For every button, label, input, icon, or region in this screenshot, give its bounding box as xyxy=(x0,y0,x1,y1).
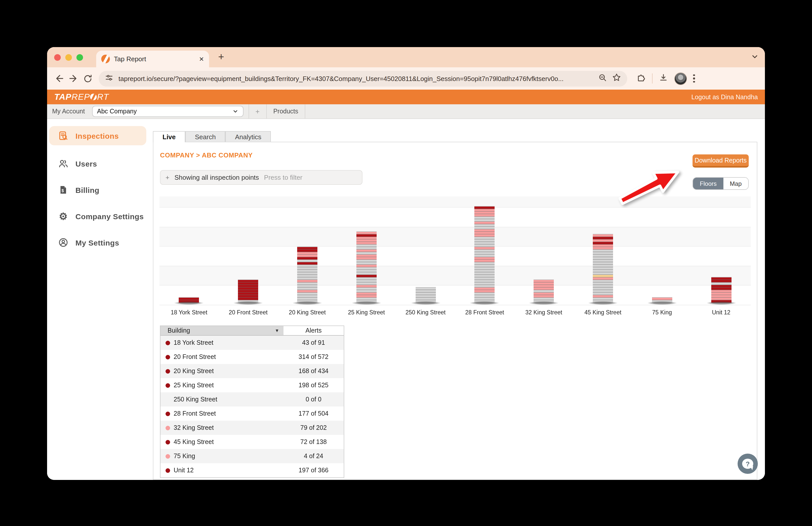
reload-icon[interactable] xyxy=(81,71,95,86)
sort-desc-icon[interactable]: ▼ xyxy=(275,328,279,333)
bar-shadow xyxy=(174,301,204,305)
chart-bar[interactable] xyxy=(573,234,633,305)
floor-segment xyxy=(357,232,377,234)
floor-segment xyxy=(297,275,317,277)
table-row[interactable]: 25 King Street198 of 525 xyxy=(160,378,344,392)
sidebar-item-users[interactable]: Users xyxy=(49,150,146,177)
chart-bar[interactable] xyxy=(455,206,514,305)
bar-shadow xyxy=(233,301,263,305)
floor-segment xyxy=(711,290,731,293)
tab-live[interactable]: Live xyxy=(153,131,185,142)
building-bar[interactable] xyxy=(593,234,613,303)
sidebar-item-billing[interactable]: $ Billing xyxy=(49,177,146,203)
back-icon[interactable] xyxy=(52,71,66,86)
tab-analytics[interactable]: Analytics xyxy=(225,131,271,142)
building-bar[interactable] xyxy=(238,279,258,303)
alert-status-dot xyxy=(165,468,170,472)
floor-segment xyxy=(534,293,554,295)
toggle-floors[interactable]: Floors xyxy=(693,178,723,189)
building-bar[interactable] xyxy=(415,287,436,303)
floor-segment xyxy=(297,277,317,280)
window-close-button[interactable] xyxy=(54,54,61,61)
app-header: TAPREPRT Logout as Dina Nandha xyxy=(47,90,765,104)
browser-tab[interactable]: Tap Report ✕ xyxy=(96,50,209,67)
bookmark-star-icon[interactable] xyxy=(612,73,621,84)
logout-link[interactable]: Logout as Dina Nandha xyxy=(691,93,758,101)
inspection-filter-bar[interactable]: + Showing all inspection points Press to… xyxy=(160,170,362,185)
account-bar: My Account Abc Company + Products xyxy=(47,104,765,119)
building-bar[interactable] xyxy=(475,206,495,303)
url-text[interactable]: tapreport.io/secure/?pageview=equipment_… xyxy=(118,75,593,82)
tab-search[interactable]: Search xyxy=(185,131,225,142)
table-row[interactable]: 28 Front Street177 of 504 xyxy=(160,407,344,421)
chart-bar[interactable] xyxy=(633,297,692,305)
chart-bar[interactable] xyxy=(396,287,455,305)
floor-segment xyxy=(475,239,495,242)
floor-segment xyxy=(593,237,613,239)
building-bar[interactable] xyxy=(534,279,554,303)
table-row[interactable]: 20 Front Street314 of 572 xyxy=(160,350,344,364)
download-reports-button[interactable]: Download Reports xyxy=(693,155,749,167)
browser-menu-icon[interactable] xyxy=(693,74,695,83)
column-header-alerts[interactable]: Alerts xyxy=(283,326,344,335)
extensions-icon[interactable] xyxy=(636,73,646,84)
floor-segment xyxy=(534,280,554,282)
products-menu[interactable]: Products xyxy=(266,104,305,118)
downloads-icon[interactable] xyxy=(658,73,668,84)
users-icon xyxy=(58,159,68,169)
chart-bar[interactable] xyxy=(514,279,574,305)
building-name: 28 Front Street xyxy=(174,410,283,417)
floor-segment xyxy=(593,280,613,282)
person-circle-icon xyxy=(58,237,68,248)
table-row[interactable]: 32 King Street79 of 202 xyxy=(160,421,344,435)
help-button[interactable]: ? xyxy=(738,454,758,474)
table-row[interactable]: 250 King Street0 of 0 xyxy=(160,392,344,407)
building-bar[interactable] xyxy=(357,231,377,303)
floor-segment xyxy=(475,217,495,219)
floor-segment xyxy=(475,232,495,234)
window-zoom-button[interactable] xyxy=(76,54,83,61)
floor-segment xyxy=(357,295,377,298)
company-select[interactable]: Abc Company xyxy=(92,106,243,117)
floor-segment xyxy=(357,288,377,290)
table-row[interactable]: 20 King Street168 of 434 xyxy=(160,364,344,378)
site-settings-icon[interactable] xyxy=(105,73,113,84)
alerts-count: 197 of 366 xyxy=(283,467,344,474)
window-minimize-button[interactable] xyxy=(65,54,72,61)
tab-search-chevron-icon[interactable] xyxy=(751,53,759,63)
floor-segment xyxy=(475,270,495,272)
sidebar-item-my-settings[interactable]: My Settings xyxy=(49,229,146,255)
floor-segment xyxy=(475,224,495,227)
tab-close-icon[interactable]: ✕ xyxy=(199,56,204,62)
floor-segment xyxy=(357,270,377,272)
url-bar[interactable]: tapreport.io/secure/?pageview=equipment_… xyxy=(99,71,627,86)
chart-bar[interactable] xyxy=(692,277,751,305)
column-header-building[interactable]: Building ▼ xyxy=(160,326,283,335)
sidebar-item-label: Inspections xyxy=(75,131,119,140)
bar-shadow xyxy=(352,301,381,305)
building-bar[interactable] xyxy=(297,247,317,303)
table-row[interactable]: 18 York Street43 of 91 xyxy=(160,336,344,350)
toggle-map[interactable]: Map xyxy=(723,178,748,189)
chart-bar[interactable] xyxy=(219,279,278,305)
chart-plot-area xyxy=(159,196,751,305)
sidebar-item-company-settings[interactable]: ⚙ Company Settings xyxy=(49,203,146,229)
x-axis-label: 20 Front Street xyxy=(219,309,278,316)
sidebar-item-inspections[interactable]: Inspections xyxy=(49,126,146,145)
profile-avatar[interactable] xyxy=(674,72,687,85)
chart-bar[interactable] xyxy=(159,297,219,305)
floor-segment xyxy=(238,285,258,288)
chart-bar[interactable] xyxy=(337,231,396,305)
table-row[interactable]: 45 King Street72 of 138 xyxy=(160,435,344,449)
table-row[interactable]: 75 King4 of 24 xyxy=(160,449,344,463)
add-company-button[interactable]: + xyxy=(248,104,266,118)
alerts-count: 198 of 525 xyxy=(283,382,344,389)
new-tab-button[interactable]: + xyxy=(218,51,224,63)
floor-segment xyxy=(475,290,495,293)
forward-icon[interactable] xyxy=(66,71,81,86)
building-bar[interactable] xyxy=(711,277,731,303)
zoom-out-icon[interactable] xyxy=(598,73,607,84)
chart-bar[interactable] xyxy=(278,247,337,305)
table-row[interactable]: Unit 12197 of 366 xyxy=(160,463,344,478)
floor-segment xyxy=(415,293,436,295)
